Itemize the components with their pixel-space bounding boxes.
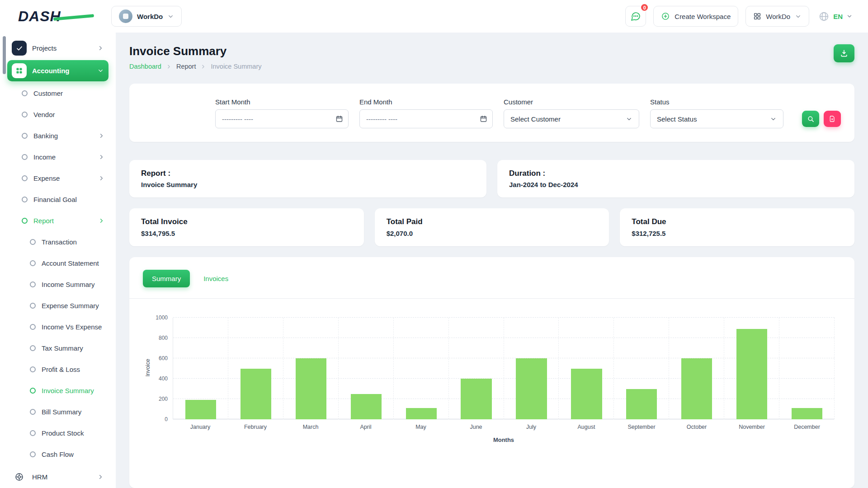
stat-value: $314,795.5 [141, 230, 352, 237]
sidebar-item-expense[interactable]: Expense [0, 168, 116, 189]
chart-x-axis-title: Months [173, 436, 835, 443]
sidebar-item-tax-summary[interactable]: Tax Summary [0, 338, 116, 359]
sidebar-item-label: Account Statement [42, 259, 99, 267]
status-select-value: Select Status [657, 115, 697, 123]
accounting-submenu: CustomerVendorBankingIncomeExpenseFinanc… [0, 83, 116, 465]
chart-card: Summary Invoices Invoice 020040060080010… [129, 257, 854, 488]
messages-count-badge: 0 [640, 3, 649, 12]
breadcrumb-report[interactable]: Report [176, 63, 196, 70]
sidebar-item-income-summary[interactable]: Income Summary [0, 274, 116, 295]
stat-label: Total Due [632, 217, 843, 226]
sidebar-item-accounting[interactable]: Accounting [7, 60, 108, 81]
main-content: Invoice Summary Dashboard Report Invoice… [116, 33, 868, 488]
sidebar-item-label: Product Stock [42, 429, 84, 437]
sidebar-item-income[interactable]: Income [0, 146, 116, 168]
sidebar-item-label: Cash Flow [42, 450, 74, 458]
bullet-ring-icon [22, 133, 28, 139]
stat-label: Total Invoice [141, 217, 352, 226]
create-workspace-button[interactable]: Create Workspace [653, 6, 738, 27]
reset-filter-button[interactable] [824, 111, 841, 127]
sidebar-scrollbar[interactable] [3, 36, 6, 74]
search-button[interactable] [802, 111, 819, 127]
sidebar-item-label: Tax Summary [42, 344, 83, 352]
sidebar-item-cash-flow[interactable]: Cash Flow [0, 444, 116, 465]
bullet-ring-icon [30, 388, 36, 394]
bar-december [792, 408, 822, 419]
sidebar-item-financial-goal[interactable]: Financial Goal [0, 189, 116, 210]
bar-november [736, 329, 767, 419]
bullet-ring-icon [30, 451, 36, 457]
breadcrumb-dashboard[interactable]: Dashboard [129, 63, 161, 70]
sidebar-item-bill-summary[interactable]: Bill Summary [0, 401, 116, 422]
sidebar-item-customer[interactable]: Customer [0, 83, 116, 104]
bullet-ring-icon [30, 282, 36, 287]
status-select[interactable]: Select Status [650, 109, 783, 128]
report-card-label: Report : [141, 169, 475, 178]
bar-march [296, 358, 326, 419]
chevron-right-icon [97, 45, 104, 52]
sidebar-item-label: Vendor [33, 111, 55, 118]
app-switcher-dropdown[interactable]: WorkDo [745, 6, 809, 27]
sidebar-item-profit-loss[interactable]: Profit & Loss [0, 359, 116, 380]
sidebar-item-label: Financial Goal [33, 196, 77, 203]
y-tick-label: 400 [159, 375, 168, 382]
sidebar-item-transaction[interactable]: Transaction [0, 231, 116, 253]
x-tick-label: June [448, 424, 504, 430]
sidebar-item-vendor[interactable]: Vendor [0, 104, 116, 125]
chevron-right-icon [200, 64, 206, 70]
chevron-down-icon [795, 13, 802, 20]
bullet-ring-icon [30, 345, 36, 351]
customer-select-value: Select Customer [510, 115, 561, 123]
x-tick-label: March [283, 424, 338, 430]
y-tick-label: 0 [165, 416, 168, 422]
sidebar-item-income-vs-expense[interactable]: Income Vs Expense [0, 316, 116, 338]
tab-summary[interactable]: Summary [143, 270, 190, 287]
sidebar-item-account-statement[interactable]: Account Statement [0, 253, 116, 274]
workspace-name: WorkDo [137, 13, 163, 20]
sidebar-item-label: HRM [32, 473, 47, 481]
chevron-right-icon [166, 64, 172, 70]
hrm-hub-icon [12, 469, 27, 484]
breadcrumb-current: Invoice Summary [211, 63, 261, 70]
bar-august [571, 369, 602, 420]
end-month-input[interactable] [359, 109, 493, 128]
sidebar-item-product-stock[interactable]: Product Stock [0, 422, 116, 444]
app-root: DASH WorkDo 0 [0, 0, 868, 488]
chevron-down-icon [167, 13, 174, 20]
bar-slot-may [394, 318, 449, 419]
sidebar-item-invoice-summary[interactable]: Invoice Summary [0, 380, 116, 401]
reset-file-icon [829, 115, 836, 122]
bar-june [461, 379, 491, 419]
tab-invoices[interactable]: Invoices [194, 270, 237, 287]
bar-slot-february [228, 318, 283, 419]
bar-slot-january [173, 318, 228, 419]
bullet-ring-icon [30, 260, 36, 266]
bar-slot-march [283, 318, 339, 419]
download-icon [840, 49, 849, 58]
sidebar-item-report[interactable]: Report [0, 210, 116, 231]
chevron-down-icon [846, 13, 853, 19]
sidebar-item-label: Income Summary [42, 281, 95, 288]
sidebar-item-label: Projects [32, 44, 57, 52]
download-button[interactable] [834, 44, 854, 62]
stat-value: $312,725.5 [632, 230, 843, 237]
workspace-selector[interactable]: WorkDo [111, 6, 182, 27]
report-card-value: Invoice Summary [141, 181, 475, 188]
chevron-down-icon [97, 67, 104, 74]
y-tick-label: 600 [159, 355, 168, 361]
language-selector[interactable]: EN [816, 11, 854, 22]
sidebar: Projects Accounting CustomerVendorBankin… [0, 33, 116, 488]
sidebar-item-expense-summary[interactable]: Expense Summary [0, 295, 116, 316]
customer-select[interactable]: Select Customer [504, 109, 639, 128]
messages-button[interactable]: 0 [625, 6, 646, 27]
start-month-input[interactable] [215, 109, 349, 128]
x-tick-label: January [173, 424, 228, 430]
bar-slot-april [339, 318, 394, 419]
bullet-ring-icon [22, 112, 28, 117]
sidebar-item-label: Profit & Loss [42, 366, 80, 373]
sidebar-item-label: Transaction [42, 238, 77, 246]
sidebar-item-projects[interactable]: Projects [7, 38, 108, 59]
bullet-ring-icon [22, 154, 28, 160]
sidebar-item-banking[interactable]: Banking [0, 125, 116, 146]
sidebar-item-hrm[interactable]: HRM [7, 466, 108, 488]
